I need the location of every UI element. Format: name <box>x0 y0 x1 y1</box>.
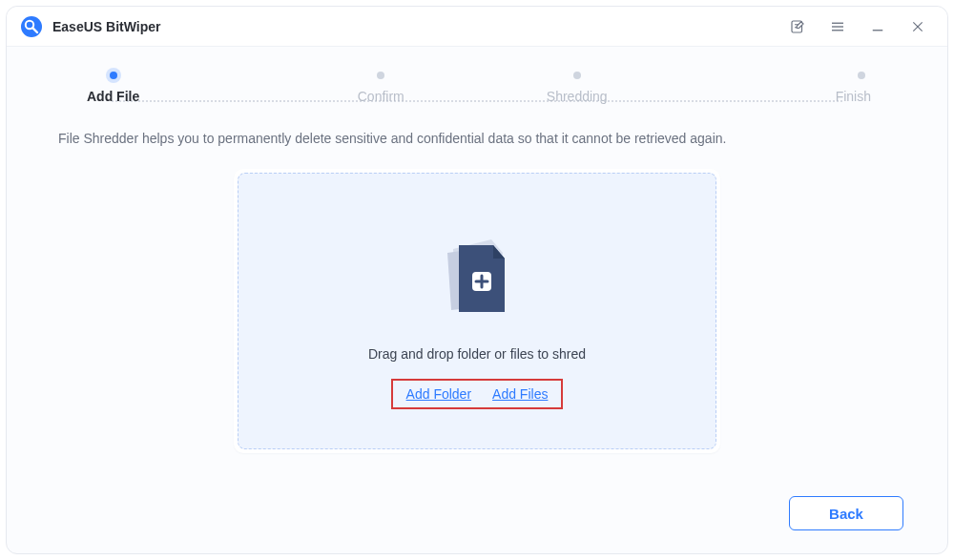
add-links-highlight: Add Folder Add Files <box>391 379 564 409</box>
dropzone-instruction: Drag and drop folder or files to shred <box>368 346 586 362</box>
title-bar: EaseUS BitWiper <box>7 7 947 47</box>
drop-panel: Drag and drop folder or files to shred A… <box>234 169 720 453</box>
step-confirm: Confirm <box>283 72 480 104</box>
step-label: Add File <box>87 89 283 104</box>
file-dropzone[interactable]: Drag and drop folder or files to shred A… <box>238 173 716 449</box>
step-dot-icon <box>858 72 865 79</box>
menu-icon[interactable] <box>818 10 858 44</box>
add-folder-link[interactable]: Add Folder <box>406 386 471 402</box>
step-label: Shredding <box>479 89 675 104</box>
app-window: EaseUS BitWiper <box>6 6 948 554</box>
step-label: Finish <box>675 89 872 104</box>
minimize-icon[interactable] <box>858 10 898 44</box>
step-dot-icon <box>377 72 384 79</box>
feedback-icon[interactable] <box>778 10 818 44</box>
add-files-link[interactable]: Add Files <box>492 386 548 402</box>
add-document-icon <box>425 230 529 329</box>
close-icon[interactable] <box>898 10 938 44</box>
step-add-file: Add File <box>83 72 283 104</box>
step-indicator: Add File Confirm Shredding Finish <box>7 47 947 104</box>
drop-panel-wrap: Drag and drop folder or files to shred A… <box>7 169 947 453</box>
step-finish: Finish <box>675 72 872 104</box>
step-label: Confirm <box>283 89 480 104</box>
step-dot-icon <box>573 72 581 79</box>
app-title: EaseUS BitWiper <box>52 19 160 34</box>
step-shredding: Shredding <box>479 72 675 104</box>
back-button[interactable]: Back <box>789 496 903 530</box>
app-logo-icon <box>20 15 43 38</box>
description-text: File Shredder helps you to permanently d… <box>7 104 947 146</box>
step-dot-icon <box>110 72 117 79</box>
svg-point-0 <box>21 16 42 37</box>
